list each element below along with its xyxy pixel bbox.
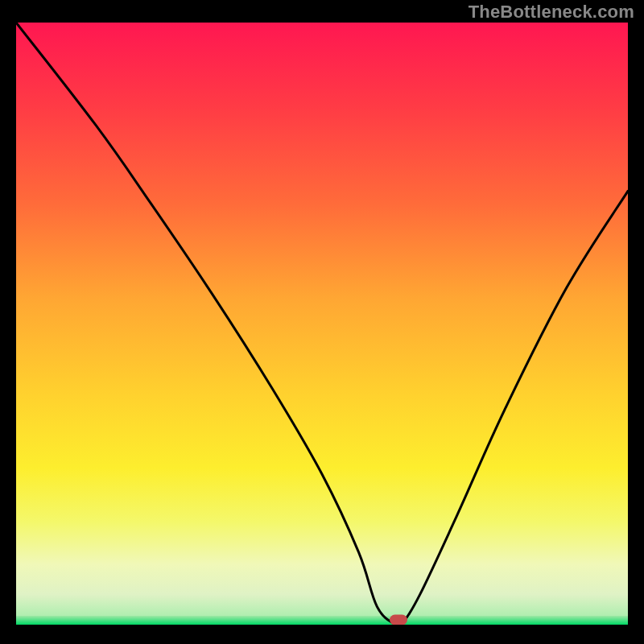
plot-area <box>16 23 628 625</box>
optimal-point-marker <box>390 615 407 625</box>
watermark-text: TheBottleneck.com <box>469 2 634 23</box>
chart-frame: TheBottleneck.com <box>0 0 644 644</box>
bottleneck-curve <box>16 23 628 625</box>
